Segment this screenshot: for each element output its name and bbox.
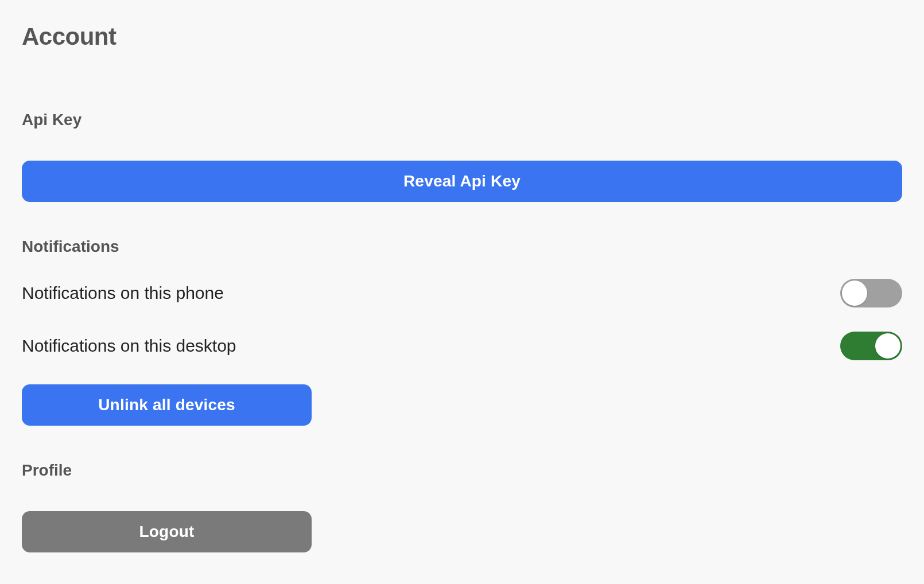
profile-section: Profile Logout [22,461,902,552]
logout-button[interactable]: Logout [22,511,312,552]
api-key-section: Api Key Reveal Api Key [22,111,902,202]
notifications-desktop-toggle[interactable] [840,332,902,360]
unlink-all-devices-button[interactable]: Unlink all devices [22,384,312,426]
notifications-phone-row: Notifications on this phone [22,279,902,307]
unlink-wrapper: Unlink all devices [22,384,902,426]
api-key-heading: Api Key [22,111,902,129]
profile-heading: Profile [22,461,902,480]
notifications-phone-label: Notifications on this phone [22,283,224,303]
reveal-api-key-button[interactable]: Reveal Api Key [22,161,902,202]
notifications-desktop-row: Notifications on this desktop [22,332,902,360]
notifications-phone-toggle[interactable] [840,279,902,307]
notifications-heading: Notifications [22,238,902,256]
page-title: Account [22,23,902,50]
account-page: Account Api Key Reveal Api Key Notificat… [0,0,924,575]
notifications-desktop-label: Notifications on this desktop [22,336,236,356]
notifications-section: Notifications Notifications on this phon… [22,238,902,426]
toggle-knob [875,333,900,359]
toggle-knob [842,281,867,306]
